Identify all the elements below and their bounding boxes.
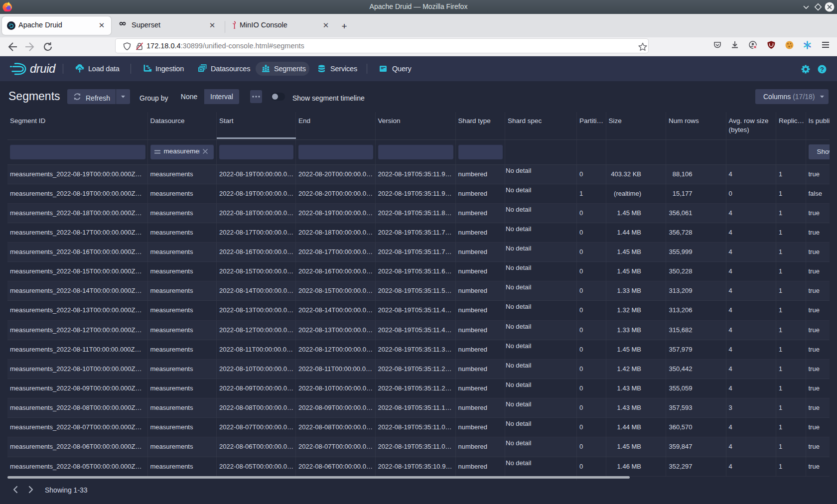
svg-text:?: ? — [820, 66, 824, 73]
